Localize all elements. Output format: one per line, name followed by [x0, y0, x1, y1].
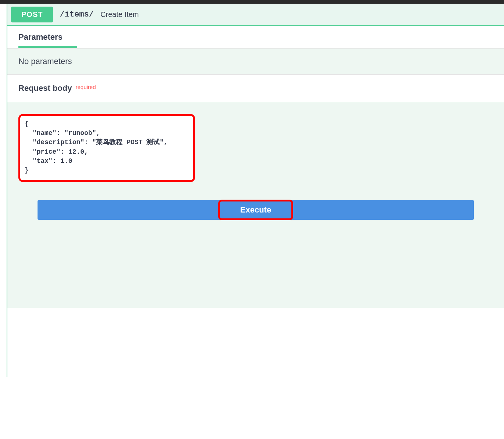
execute-button-label: Execute — [240, 205, 271, 214]
request-body-section: Execute — [7, 102, 504, 308]
operation-block: POST /items/ Create Item Parameters No p… — [7, 4, 504, 377]
http-method-badge: POST — [11, 7, 53, 22]
parameters-tab-header: Parameters — [7, 26, 504, 48]
window-topbar — [0, 0, 504, 4]
execute-row: Execute — [18, 200, 493, 220]
request-body-editor[interactable] — [18, 114, 195, 182]
parameters-section: No parameters — [7, 48, 504, 75]
request-body-header: Request body required — [7, 75, 504, 102]
operation-summary-row[interactable]: POST /items/ Create Item — [7, 4, 504, 26]
endpoint-path: /items/ — [60, 10, 93, 19]
operation-summary: Create Item — [100, 10, 139, 19]
required-label: required — [75, 84, 96, 90]
no-parameters-message: No parameters — [18, 57, 493, 66]
tab-parameters[interactable]: Parameters — [18, 32, 63, 47]
request-body-title: Request body — [18, 83, 72, 93]
execute-button[interactable]: Execute — [38, 200, 474, 220]
